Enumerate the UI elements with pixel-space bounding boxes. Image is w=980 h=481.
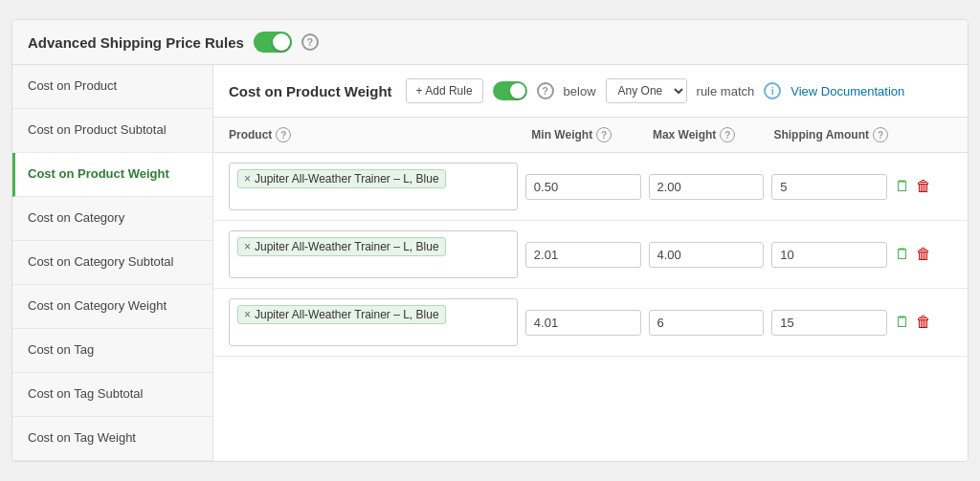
content-title: Cost on Product Weight bbox=[229, 83, 392, 99]
shipping-amount-input-2[interactable] bbox=[771, 242, 887, 268]
page-title: Advanced Shipping Price Rules bbox=[28, 34, 244, 51]
tag-chip-remove-2[interactable]: × bbox=[244, 240, 251, 253]
tag-chip-remove-3[interactable]: × bbox=[244, 308, 251, 321]
add-rule-button[interactable]: + Add Rule bbox=[406, 78, 483, 103]
copy-icon-2[interactable]: 🗒 bbox=[895, 246, 910, 263]
sidebar-item-cost-on-category-weight[interactable]: Cost on Category Weight bbox=[12, 285, 212, 329]
sidebar-item-cost-on-product[interactable]: Cost on Product bbox=[12, 65, 212, 109]
product-tag-box-2[interactable]: × Jupiter All-Weather Trainer – L, Blue bbox=[229, 230, 518, 278]
max-weight-input-1[interactable] bbox=[649, 174, 765, 200]
table-header: Product ? Min Weight ? Max Weight ? Ship… bbox=[213, 118, 968, 153]
sidebar-item-cost-on-tag-weight[interactable]: Cost on Tag Weight bbox=[12, 417, 212, 461]
table-row: × Jupiter All-Weather Trainer – L, Blue … bbox=[213, 289, 968, 357]
content-panel: Cost on Product Weight + Add Rule ? belo… bbox=[213, 65, 968, 460]
rule-match-info-icon[interactable]: i bbox=[764, 82, 781, 99]
product-tag-box-3[interactable]: × Jupiter All-Weather Trainer – L, Blue bbox=[229, 298, 518, 346]
below-label: below bbox=[564, 84, 596, 98]
tag-chip-3: × Jupiter All-Weather Trainer – L, Blue bbox=[237, 305, 446, 324]
col-header-min-weight: Min Weight ? bbox=[531, 127, 653, 142]
top-header: Advanced Shipping Price Rules ? bbox=[12, 20, 968, 65]
min-weight-col-help-icon[interactable]: ? bbox=[596, 127, 612, 142]
action-icons-1: 🗒 🗑 bbox=[895, 178, 952, 195]
col-header-actions bbox=[895, 127, 952, 142]
max-weight-input-3[interactable] bbox=[649, 310, 765, 336]
col-header-shipping-amount: Shipping Amount ? bbox=[773, 127, 895, 142]
rule-help-icon[interactable]: ? bbox=[537, 82, 554, 99]
shipping-amount-cell-2 bbox=[771, 242, 887, 268]
min-weight-cell-3 bbox=[525, 310, 641, 336]
min-weight-input-3[interactable] bbox=[525, 310, 641, 336]
max-weight-input-2[interactable] bbox=[649, 242, 765, 268]
tag-chip-2: × Jupiter All-Weather Trainer – L, Blue bbox=[237, 237, 446, 256]
tag-chip-1: × Jupiter All-Weather Trainer – L, Blue bbox=[237, 169, 446, 188]
col-header-product: Product ? bbox=[229, 127, 531, 142]
product-col-help-icon[interactable]: ? bbox=[276, 127, 291, 142]
copy-icon-1[interactable]: 🗒 bbox=[895, 178, 910, 195]
shipping-amount-col-help-icon[interactable]: ? bbox=[873, 127, 888, 142]
shipping-amount-cell-3 bbox=[771, 310, 887, 336]
main-content: Cost on Product Cost on Product Subtotal… bbox=[12, 65, 968, 460]
min-weight-cell-1 bbox=[525, 174, 641, 200]
main-toggle[interactable] bbox=[254, 32, 292, 53]
rule-match-label: rule match bbox=[697, 84, 755, 98]
content-header: Cost on Product Weight + Add Rule ? belo… bbox=[213, 65, 968, 118]
main-container: Advanced Shipping Price Rules ? Cost on … bbox=[11, 19, 969, 461]
sidebar-item-cost-on-tag[interactable]: Cost on Tag bbox=[12, 329, 212, 373]
sidebar-item-cost-on-tag-subtotal[interactable]: Cost on Tag Subtotal bbox=[12, 373, 212, 417]
col-header-max-weight: Max Weight ? bbox=[653, 127, 774, 142]
delete-icon-2[interactable]: 🗑 bbox=[916, 246, 931, 263]
shipping-amount-cell-1 bbox=[771, 174, 887, 200]
shipping-amount-input-1[interactable] bbox=[771, 174, 887, 200]
max-weight-cell-1 bbox=[649, 174, 765, 200]
view-documentation-link[interactable]: View Documentation bbox=[791, 84, 904, 98]
min-weight-input-2[interactable] bbox=[525, 242, 641, 268]
max-weight-col-help-icon[interactable]: ? bbox=[720, 127, 735, 142]
sidebar-item-cost-on-product-subtotal[interactable]: Cost on Product Subtotal bbox=[12, 109, 212, 153]
product-tag-box-1[interactable]: × Jupiter All-Weather Trainer – L, Blue bbox=[229, 163, 518, 210]
max-weight-cell-3 bbox=[649, 310, 765, 336]
sidebar-item-cost-on-product-weight[interactable]: Cost on Product Weight bbox=[12, 153, 212, 197]
action-icons-3: 🗒 🗑 bbox=[895, 314, 952, 331]
table-row: × Jupiter All-Weather Trainer – L, Blue … bbox=[213, 153, 968, 221]
delete-icon-3[interactable]: 🗑 bbox=[916, 314, 931, 331]
min-weight-input-1[interactable] bbox=[525, 174, 641, 200]
min-weight-cell-2 bbox=[525, 242, 641, 268]
sidebar: Cost on Product Cost on Product Subtotal… bbox=[12, 65, 213, 460]
header-help-icon[interactable]: ? bbox=[301, 33, 319, 51]
sidebar-item-cost-on-category[interactable]: Cost on Category bbox=[12, 197, 212, 241]
action-icons-2: 🗒 🗑 bbox=[895, 246, 952, 263]
table-row: × Jupiter All-Weather Trainer – L, Blue … bbox=[213, 221, 968, 289]
any-one-dropdown[interactable]: Any One bbox=[606, 78, 687, 103]
tag-chip-remove-1[interactable]: × bbox=[244, 172, 251, 186]
rule-toggle[interactable] bbox=[493, 81, 527, 100]
sidebar-item-cost-on-category-subtotal[interactable]: Cost on Category Subtotal bbox=[12, 241, 212, 285]
copy-icon-3[interactable]: 🗒 bbox=[895, 314, 910, 331]
shipping-amount-input-3[interactable] bbox=[771, 310, 887, 336]
delete-icon-1[interactable]: 🗑 bbox=[916, 178, 931, 195]
max-weight-cell-2 bbox=[649, 242, 765, 268]
